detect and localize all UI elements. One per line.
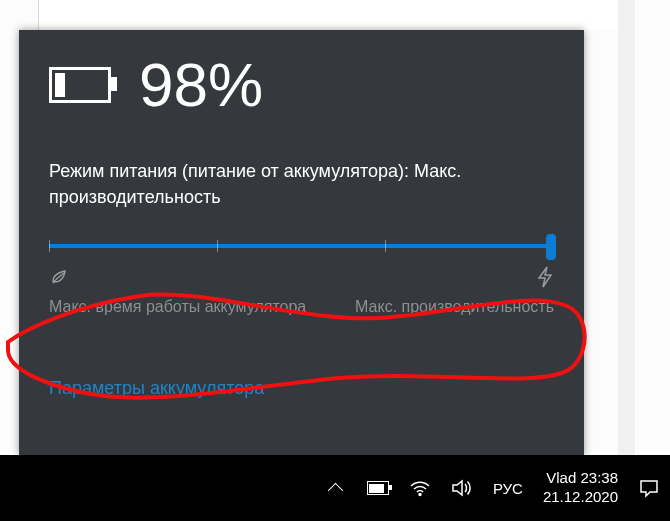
lightning-bolt-icon [536,266,554,288]
slider-thumb[interactable] [546,234,556,260]
tray-volume-icon[interactable] [451,477,473,499]
tray-time: 23:38 [580,469,618,486]
slider-left-label: Макс. время работы аккумулятора [49,298,306,316]
slider-right-label: Макс. производительность [355,298,554,316]
battery-settings-link[interactable]: Параметры аккумулятора [49,378,554,399]
action-center-icon[interactable] [638,477,660,499]
tray-date: 21.12.2020 [543,488,618,507]
tray-battery-icon[interactable] [367,477,389,499]
tray-clock[interactable]: Vlad 23:38 21.12.2020 [543,469,618,507]
battery-percent: 98% [139,54,263,116]
svg-point-0 [419,494,421,496]
browser-vertical-scrollbar[interactable] [618,0,635,455]
tray-overflow-chevron-icon[interactable] [325,477,347,499]
leaf-icon [49,266,69,288]
tray-language[interactable]: РУС [493,480,523,497]
tray-user: Vlad [546,469,576,486]
battery-large-icon [49,67,111,103]
power-mode-slider[interactable] [49,232,554,260]
power-mode-text: Режим питания (питание от аккумулятора):… [49,158,554,210]
tray-wifi-icon[interactable] [409,477,431,499]
battery-flyout: 98% Режим питания (питание от аккумулято… [19,30,584,455]
windows-taskbar: РУС Vlad 23:38 21.12.2020 [0,455,670,521]
